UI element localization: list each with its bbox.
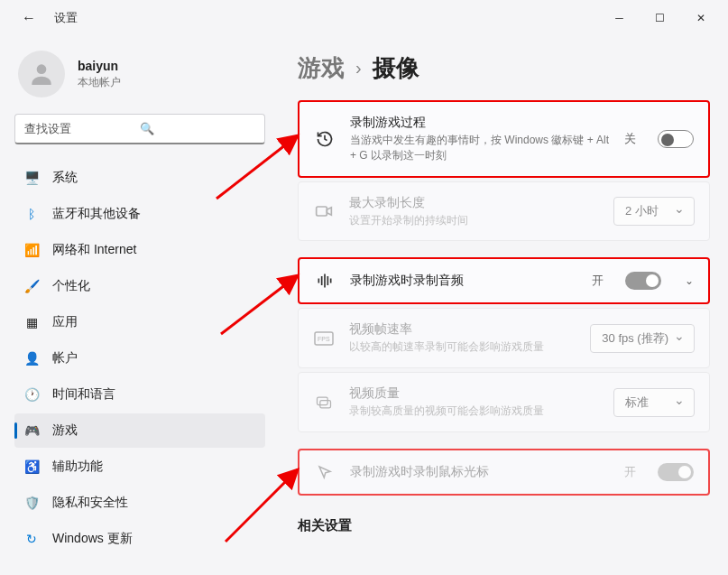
- sidebar-item-label: 游戏: [52, 422, 78, 439]
- maximize-button[interactable]: ☐: [640, 4, 680, 32]
- setting-subtitle: 当游戏中发生有趣的事情时，按 Windows 徽标键 + Alt + G 以录制…: [350, 133, 610, 163]
- close-button[interactable]: ✕: [680, 4, 721, 32]
- select-framerate[interactable]: 30 fps (推荐): [590, 324, 695, 353]
- apps-icon: ▦: [23, 314, 40, 330]
- sidebar-item-label: 应用: [52, 314, 78, 330]
- chevron-down-icon[interactable]: ⌄: [685, 274, 694, 287]
- svg-rect-6: [330, 279, 332, 283]
- setting-title: 录制游戏过程: [350, 115, 610, 131]
- network-icon: 📶: [23, 242, 40, 258]
- breadcrumb-parent[interactable]: 游戏: [298, 52, 345, 84]
- setting-record-audio[interactable]: 录制游戏时录制音频 开 ⌄: [298, 257, 710, 304]
- fps-icon: FPS: [313, 331, 335, 346]
- page-title: 摄像: [373, 52, 419, 84]
- setting-record-game[interactable]: 录制游戏过程 当游戏中发生有趣的事情时，按 Windows 徽标键 + Alt …: [298, 100, 710, 178]
- sidebar-item-label: 网络和 Internet: [52, 242, 136, 258]
- select-value: 标准: [625, 394, 649, 411]
- sidebar-item-system[interactable]: 🖥️ 系统: [14, 161, 265, 195]
- profile[interactable]: baiyun 本地帐户: [14, 43, 265, 114]
- setting-title: 最大录制长度: [349, 195, 599, 211]
- sidebar-item-privacy[interactable]: 🛡️ 隐私和安全性: [14, 486, 265, 520]
- setting-quality[interactable]: 视频质量 录制较高质量的视频可能会影响游戏质量 标准: [298, 372, 710, 432]
- sidebar-item-label: 帐户: [52, 350, 78, 366]
- setting-subtitle: 设置开始录制的持续时间: [349, 213, 599, 228]
- user-account: 本地帐户: [78, 75, 121, 90]
- toggle-record-cursor[interactable]: [658, 463, 694, 481]
- sidebar-item-label: Windows 更新: [52, 531, 133, 547]
- select-value: 2 小时: [625, 203, 659, 219]
- sidebar-item-label: 系统: [52, 170, 78, 186]
- setting-max-length: 最大录制长度 设置开始录制的持续时间 2 小时: [298, 181, 710, 242]
- setting-title: 录制游戏时录制鼠标光标: [350, 464, 610, 480]
- quality-icon: [313, 394, 335, 412]
- search-icon: 🔍: [140, 122, 255, 135]
- toggle-state-label: 关: [624, 131, 636, 147]
- sidebar: baiyun 本地帐户 查找设置 🔍 🖥️ 系统 ᛒ 蓝牙和其他设备 📶 网络和…: [0, 36, 280, 575]
- user-name: baiyun: [78, 59, 121, 73]
- svg-text:FPS: FPS: [318, 336, 330, 342]
- sidebar-item-personalization[interactable]: 🖌️ 个性化: [14, 269, 265, 303]
- svg-rect-3: [321, 276, 323, 285]
- svg-rect-10: [320, 400, 331, 407]
- toggle-state-label: 开: [624, 464, 636, 480]
- personalization-icon: 🖌️: [23, 278, 40, 294]
- sidebar-item-time[interactable]: 🕐 时间和语言: [14, 377, 265, 412]
- audio-icon: [314, 272, 336, 290]
- camera-icon: [313, 202, 335, 220]
- svg-rect-5: [327, 276, 329, 285]
- nav-list: 🖥️ 系统 ᛒ 蓝牙和其他设备 📶 网络和 Internet 🖌️ 个性化 ▦ …: [14, 161, 265, 556]
- minimize-button[interactable]: ─: [599, 4, 640, 32]
- related-settings-header: 相关设置: [298, 517, 710, 534]
- sidebar-item-bluetooth[interactable]: ᛒ 蓝牙和其他设备: [14, 197, 265, 231]
- setting-title: 录制游戏时录制音频: [350, 273, 577, 289]
- privacy-icon: 🛡️: [23, 495, 40, 511]
- setting-title: 视频帧速率: [349, 321, 576, 338]
- sidebar-item-accounts[interactable]: 👤 帐户: [14, 341, 265, 376]
- sidebar-item-label: 辅助功能: [52, 459, 103, 475]
- svg-rect-9: [318, 397, 328, 404]
- select-quality[interactable]: 标准: [613, 388, 695, 417]
- select-value: 30 fps (推荐): [602, 330, 668, 347]
- sidebar-item-accessibility[interactable]: ♿ 辅助功能: [14, 450, 265, 484]
- svg-rect-1: [317, 207, 327, 216]
- chevron-right-icon: ›: [355, 58, 362, 79]
- accounts-icon: 👤: [23, 350, 40, 366]
- history-icon: [314, 130, 336, 148]
- back-button[interactable]: ←: [14, 6, 43, 30]
- search-placeholder: 查找设置: [24, 121, 140, 137]
- sidebar-item-network[interactable]: 📶 网络和 Internet: [14, 233, 265, 267]
- svg-rect-4: [324, 274, 326, 288]
- sidebar-item-update[interactable]: ↻ Windows 更新: [14, 522, 265, 556]
- sidebar-item-label: 时间和语言: [52, 386, 115, 403]
- setting-title: 视频质量: [349, 385, 599, 402]
- toggle-record-audio[interactable]: [625, 272, 661, 290]
- search-input[interactable]: 查找设置 🔍: [14, 114, 265, 144]
- setting-subtitle: 以较高的帧速率录制可能会影响游戏质量: [349, 339, 576, 355]
- monitor-icon: 🖥️: [23, 170, 40, 186]
- titlebar: ← 设置 ─ ☐ ✕: [0, 0, 728, 36]
- sidebar-item-label: 蓝牙和其他设备: [52, 206, 141, 222]
- setting-framerate[interactable]: FPS 视频帧速率 以较高的帧速率录制可能会影响游戏质量 30 fps (推荐): [298, 308, 710, 368]
- svg-point-0: [37, 64, 47, 74]
- sidebar-item-label: 个性化: [52, 278, 90, 294]
- breadcrumb: 游戏 › 摄像: [298, 52, 710, 84]
- toggle-state-label: 开: [592, 273, 604, 289]
- sidebar-item-gaming[interactable]: 🎮 游戏: [14, 413, 265, 448]
- time-icon: 🕐: [23, 386, 40, 403]
- avatar: [18, 51, 65, 97]
- window-title: 设置: [54, 10, 78, 26]
- gaming-icon: 🎮: [23, 422, 40, 439]
- content-area: 游戏 › 摄像 录制游戏过程 当游戏中发生有趣的事情时，按 Windows 徽标…: [280, 36, 728, 575]
- accessibility-icon: ♿: [23, 459, 40, 475]
- svg-rect-2: [318, 279, 320, 283]
- sidebar-item-label: 隐私和安全性: [52, 495, 128, 511]
- sidebar-item-apps[interactable]: ▦ 应用: [14, 305, 265, 339]
- bluetooth-icon: ᛒ: [23, 206, 40, 222]
- update-icon: ↻: [23, 531, 40, 547]
- cursor-icon: [314, 464, 336, 480]
- setting-record-cursor[interactable]: 录制游戏时录制鼠标光标 开: [298, 449, 710, 496]
- select-max-length: 2 小时: [613, 197, 695, 226]
- setting-subtitle: 录制较高质量的视频可能会影响游戏质量: [349, 403, 599, 419]
- toggle-record-game[interactable]: [658, 130, 694, 148]
